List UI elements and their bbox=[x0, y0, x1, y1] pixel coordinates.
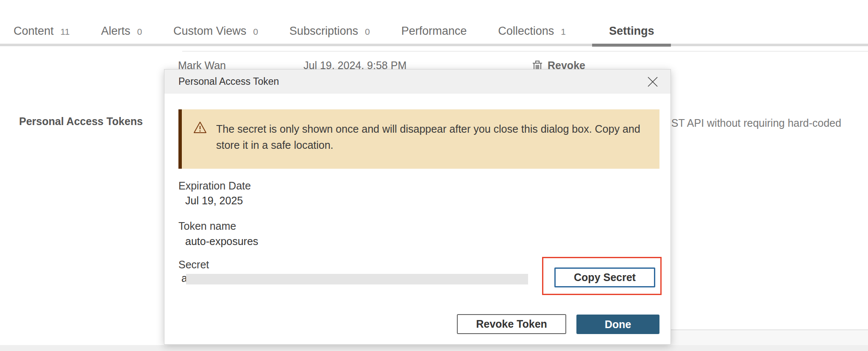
tab-count: 1 bbox=[561, 27, 566, 37]
dialog-header: Personal Access Token bbox=[164, 70, 670, 94]
close-button[interactable] bbox=[646, 75, 659, 89]
token-owner: Mark Wan bbox=[178, 59, 226, 70]
done-label: Done bbox=[605, 318, 632, 331]
expiration-date-value: Jul 19, 2025 bbox=[185, 195, 243, 207]
secret-warning-banner: The secret is only shown once and will d… bbox=[178, 109, 659, 169]
tab-content[interactable]: Content 11 bbox=[14, 25, 70, 38]
tab-custom-views[interactable]: Custom Views 0 bbox=[173, 25, 258, 38]
personal-access-token-dialog: Personal Access Token The secret is only… bbox=[164, 69, 671, 345]
revoke-token-button[interactable]: Revoke Token bbox=[457, 314, 566, 334]
revoke-row-action[interactable]: Revoke bbox=[548, 59, 585, 70]
warning-text: The secret is only shown once and will d… bbox=[216, 121, 649, 153]
secret-redacted-bar bbox=[186, 274, 528, 284]
tab-collections[interactable]: Collections 1 bbox=[498, 25, 566, 38]
copy-secret-button[interactable]: Copy Secret bbox=[554, 267, 655, 287]
trash-icon[interactable] bbox=[532, 60, 542, 70]
tab-label: Alerts bbox=[101, 25, 130, 38]
section-label-personal-access-tokens: Personal Access Tokens bbox=[19, 115, 143, 128]
tab-label: Settings bbox=[609, 25, 654, 38]
expiration-date-label: Expiration Date bbox=[178, 180, 251, 192]
close-icon bbox=[647, 76, 659, 88]
token-name-value: auto-exposures bbox=[185, 235, 258, 248]
token-name-label: Token name bbox=[178, 220, 236, 232]
revoke-token-label: Revoke Token bbox=[476, 318, 547, 330]
warning-icon bbox=[193, 121, 207, 136]
dialog-title: Personal Access Token bbox=[178, 76, 279, 87]
tab-label: Performance bbox=[401, 25, 467, 38]
tab-label: Subscriptions bbox=[289, 25, 358, 38]
tab-count: 11 bbox=[61, 27, 70, 37]
tab-label: Content bbox=[14, 25, 54, 38]
background-description-fragment: REST API without requiring hard-coded bbox=[657, 117, 841, 129]
copy-secret-label: Copy Secret bbox=[574, 271, 636, 284]
token-table-row: Mark Wan Jul 19, 2024, 9:58 PM Revoke bbox=[0, 59, 868, 70]
page-footer-strip bbox=[0, 345, 868, 351]
tabbar-divider bbox=[0, 44, 868, 46]
done-button[interactable]: Done bbox=[576, 315, 659, 334]
tab-settings[interactable]: Settings bbox=[609, 25, 654, 38]
tab-subscriptions[interactable]: Subscriptions 0 bbox=[289, 25, 370, 38]
token-timestamp: Jul 19, 2024, 9:58 PM bbox=[303, 59, 406, 70]
tabs: Content 11 Alerts 0 Custom Views 0 Subsc… bbox=[14, 25, 654, 38]
tab-bar: Content 11 Alerts 0 Custom Views 0 Subsc… bbox=[0, 0, 868, 47]
tab-performance[interactable]: Performance bbox=[401, 25, 467, 38]
tab-count: 0 bbox=[365, 27, 370, 37]
secret-label: Secret bbox=[178, 259, 209, 271]
tab-count: 0 bbox=[253, 27, 258, 37]
tab-label: Custom Views bbox=[173, 25, 246, 38]
tab-count: 0 bbox=[137, 27, 142, 37]
tab-label: Collections bbox=[498, 25, 554, 38]
tab-alerts[interactable]: Alerts 0 bbox=[101, 25, 142, 38]
